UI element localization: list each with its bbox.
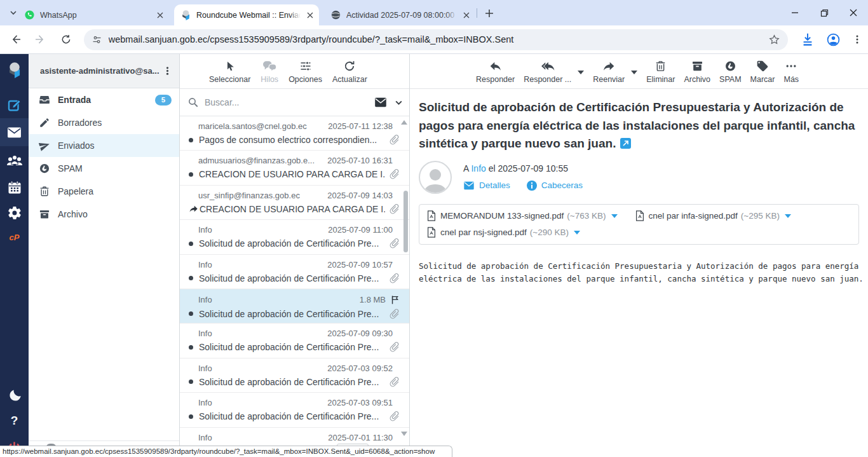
message-subject: CREACION DE USUARIO PARA CARGA DE I... [199,169,385,179]
message-row[interactable]: maricela.santos@cnel.gob.ec2025-07-11 12… [180,116,409,151]
spam-button[interactable]: SPAM [719,59,742,84]
attachment-menu-caret[interactable] [611,214,618,218]
open-in-new-window-icon[interactable] [620,138,631,149]
rail-darkmode-button[interactable] [0,385,29,406]
mail-icon [7,126,22,139]
tab-roundcube[interactable]: Roundcube Webmail :: Enviados [174,4,319,25]
restore-button[interactable] [810,0,839,25]
reply-all-dropdown-caret[interactable] [578,71,584,74]
message-row[interactable]: Info2025-07-03 09:52 Solicitud de aproba… [180,358,409,393]
attachment-menu-caret[interactable] [785,214,791,218]
message-row[interactable]: Info2025-07-09 11:00 Solicitud de aproba… [180,220,409,254]
tab-close-icon[interactable] [304,10,315,20]
folder-entrada[interactable]: Entrada 5 [29,88,179,111]
search-scope-mail-icon[interactable] [374,97,387,107]
delete-label: Eliminar [646,75,675,84]
message-row[interactable]: admusuarios@finanzas.gob.e...2025-07-10 … [180,151,409,185]
message-row[interactable]: usr_sinfip@finanzas.gob.ec2025-07-09 14:… [180,186,409,220]
rail-help-button[interactable]: ? [0,411,29,430]
folder-enviados[interactable]: Enviados [29,134,179,157]
delete-button[interactable]: Eliminar [646,59,675,84]
message-subject: Solicitud de aprobación de Certificación… [199,238,385,249]
tab-separator [477,8,477,18]
recipient-link[interactable]: Info [471,163,485,174]
message-row[interactable]: Info2025-07-01 11:30 [180,428,409,441]
threads-button[interactable]: Hilos [261,59,278,84]
profile-button[interactable] [822,29,844,50]
folder-papelera[interactable]: Papelera [29,180,179,203]
forward-button[interactable]: Reenviar [593,59,625,84]
account-menu-button[interactable] [160,64,174,78]
rail-settings-button[interactable] [0,203,29,223]
tab-whatsapp[interactable]: WhatsApp [18,4,169,25]
window-controls [780,0,868,25]
status-url-bubble: https://webmail.sanjuan.gob.ec/cpsess153… [0,446,452,457]
rail-contacts-button[interactable] [0,151,29,170]
refresh-button[interactable]: Actualizar [332,59,367,84]
scrollbar-down-arrow[interactable] [401,432,407,436]
rail-cpanel-button[interactable]: cP [0,229,29,245]
select-button[interactable]: Seleccionar [209,59,250,84]
tab-actividad[interactable]: Actividad 2025-07-09 08:00:00 [324,4,475,25]
whatsapp-icon [24,10,35,20]
message-row[interactable]: Info2025-07-09 09:30 Solicitud de aproba… [180,324,409,358]
url-input[interactable] [109,34,769,44]
folder-archivo[interactable]: Archivo [29,203,179,226]
message-sender: Info [198,433,323,441]
reply-button[interactable]: Responder [476,59,515,84]
archive-button[interactable]: Archivo [684,59,710,84]
attachment-clip-icon [389,308,400,320]
spam-flame-icon [39,163,50,174]
attachment-item[interactable]: cnel par nsj-signed.pdf (~290 KB) [427,227,851,238]
search-options-chevron-icon[interactable] [395,99,403,107]
mark-button[interactable]: Marcar [750,59,775,84]
attachment-item[interactable]: cnel par infa-signed.pdf (~295 KB) [635,210,792,221]
downloads-button[interactable] [797,29,818,50]
ellipsis-icon [784,60,798,72]
tab-close-icon[interactable] [154,10,165,20]
reply-all-button[interactable]: Responder ... [524,59,571,84]
message-row[interactable]: Info2025-07-09 10:57 Solicitud de aproba… [180,255,409,289]
message-sender: Info [198,260,322,269]
back-button[interactable] [5,29,25,50]
tab-close-icon[interactable] [461,10,471,20]
pdf-file-icon [635,210,644,221]
message-sender: Info [198,398,322,407]
bookmark-star-icon[interactable] [768,34,780,46]
threads-label: Hilos [261,75,278,84]
headers-button[interactable]: Cabeceras [527,181,583,191]
unread-badge: 5 [155,95,172,106]
rail-mail-button[interactable] [0,118,29,146]
minimize-icon [791,9,799,17]
options-button[interactable]: Opciones [288,59,322,84]
attachment-menu-caret[interactable] [574,231,580,235]
folder-borradores[interactable]: Borradores [29,111,179,134]
refresh-icon [343,60,356,72]
unread-dot-icon [189,172,193,177]
folder-spam[interactable]: SPAM [29,157,179,180]
address-bar[interactable] [84,29,789,50]
browser-menu-button[interactable] [846,29,868,50]
close-window-button[interactable] [839,0,868,25]
minimize-button[interactable] [780,0,810,25]
details-label: Detalles [479,181,510,190]
flag-icon[interactable] [390,294,401,305]
compose-button[interactable] [0,96,29,115]
message-row-selected[interactable]: Info1.8 MB Solicitud de aprobación de Ce… [180,289,409,324]
scrollbar-up-arrow[interactable] [401,120,407,125]
scrollbar-thumb[interactable] [403,191,408,252]
forward-button[interactable] [31,29,51,50]
rail-calendar-button[interactable] [0,178,29,197]
details-button[interactable]: Detalles [463,181,510,190]
attachment-item[interactable]: MEMORANDUM 133-signed.pdf (~763 KB) [427,210,618,221]
message-row[interactable]: Info2025-07-03 09:51 Solicitud de aproba… [180,393,409,427]
unread-dot-icon [189,311,193,316]
more-button[interactable]: Más [783,59,799,84]
new-tab-button[interactable] [482,6,497,21]
attachment-size: (~763 KB) [567,211,606,221]
reload-button[interactable] [56,29,76,50]
attachment-clip-icon [389,238,400,249]
forward-dropdown-caret[interactable] [631,71,637,74]
search-input[interactable] [205,97,374,107]
mail-icon [463,181,475,190]
